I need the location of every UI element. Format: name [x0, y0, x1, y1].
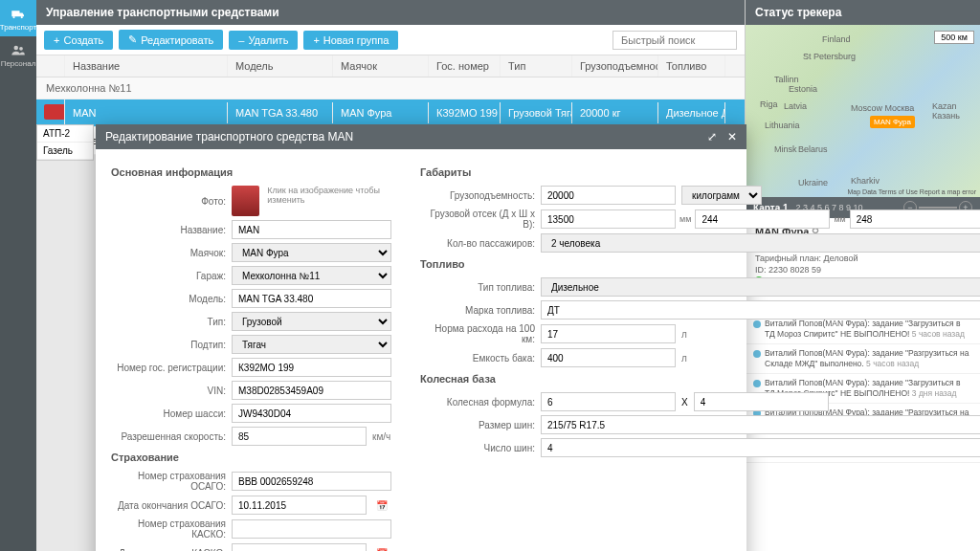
dialog-controls: ⤢ ✕ [707, 130, 737, 143]
plus-icon: + [54, 34, 59, 46]
col-type[interactable]: Тип [501, 55, 572, 77]
width-field[interactable] [695, 209, 830, 229]
nav-transport[interactable]: Транспорт [0, 0, 36, 36]
minus-icon: – [238, 34, 244, 46]
vehicle-photo[interactable] [232, 186, 259, 216]
osago-field[interactable] [232, 472, 391, 491]
col-fuel[interactable]: Топливо [658, 55, 725, 77]
tank-field[interactable] [541, 348, 676, 367]
table-row[interactable]: MAN MAN TGA 33.480 MAN Фура К392МО 199 Г… [36, 99, 745, 127]
svg-point-3 [19, 46, 23, 50]
new-group-button[interactable]: +Новая группа [303, 31, 398, 50]
col-beacon[interactable]: Маячок [333, 55, 429, 77]
tree-item[interactable]: Газель [37, 143, 93, 160]
map-marker[interactable]: MAN Фура [870, 116, 915, 128]
col-model[interactable]: Модель [228, 55, 333, 77]
section-dimensions: Габариты [420, 166, 980, 178]
group-tree: АТП-2 Газель [36, 124, 94, 161]
delete-button[interactable]: –Удалить [229, 31, 298, 50]
nav-transport-label: Транспорт [0, 23, 36, 32]
svg-point-1 [21, 15, 23, 17]
grid-header: Название Модель Маячок Гос. номер Тип Гр… [36, 55, 745, 77]
vin-field[interactable] [232, 381, 391, 400]
col-weight[interactable]: Грузоподъемность [572, 55, 658, 77]
beacon-select[interactable]: MAN Фура [232, 243, 391, 262]
tirecount-field[interactable] [541, 438, 980, 457]
truck-icon [10, 6, 27, 23]
subtype-select[interactable]: Тягач [232, 335, 391, 354]
group-row[interactable]: Мехколонна №11 [36, 77, 745, 99]
height-field[interactable] [850, 209, 980, 229]
section-fuel: Топливо [420, 258, 980, 270]
calendar-icon[interactable]: 📅 [372, 548, 391, 552]
fueltype-select[interactable]: Дизельное [541, 277, 980, 297]
calendar-icon[interactable]: 📅 [372, 500, 391, 511]
photo-hint: Клик на изображение чтобы изменить [267, 186, 391, 205]
fuelbrand-field[interactable] [541, 300, 980, 320]
kasko-date-field[interactable] [232, 543, 367, 551]
osago-date-field[interactable] [232, 496, 367, 515]
section-main: Основная информация [111, 166, 391, 178]
main-title: Управление транспортными средствами [36, 0, 745, 25]
dialog-title: Редактирование транспортного средства MA… [105, 130, 353, 143]
nav-staff[interactable]: Персонал [0, 36, 36, 73]
consumption-field[interactable] [541, 324, 676, 343]
search-input[interactable] [612, 31, 737, 50]
expand-icon[interactable]: ⤢ [707, 130, 717, 143]
garage-select[interactable]: Мехколонна №11 [232, 266, 391, 285]
length-field[interactable] [541, 209, 676, 229]
tracker-title: Статус трекера [746, 0, 980, 25]
tree-item[interactable]: АТП-2 [37, 125, 93, 143]
tiresize-field[interactable] [541, 415, 980, 434]
chassis-field[interactable] [232, 404, 391, 423]
passengers-select[interactable]: 2 человека [541, 233, 980, 253]
plus-icon: + [313, 34, 319, 46]
map-scale[interactable]: 500 км [934, 31, 974, 44]
capacity-unit[interactable]: килограмм [681, 186, 762, 205]
create-button[interactable]: +Создать [44, 31, 113, 50]
wheels1-field[interactable] [541, 392, 676, 411]
people-icon [10, 42, 27, 59]
svg-point-0 [12, 15, 14, 17]
pencil-icon: ✎ [128, 33, 137, 46]
edit-vehicle-dialog: Редактирование транспортного средства MA… [96, 124, 746, 551]
svg-point-2 [14, 45, 19, 50]
type-select[interactable]: Грузовой [232, 312, 391, 331]
edit-button[interactable]: ✎Редактировать [119, 30, 223, 50]
model-field[interactable] [232, 289, 391, 308]
section-insurance: Страхование [111, 452, 391, 463]
wheels2-field[interactable] [694, 392, 829, 411]
speed-field[interactable] [232, 427, 367, 446]
plate-field[interactable] [232, 358, 391, 377]
name-field[interactable] [232, 220, 391, 239]
col-plate[interactable]: Гос. номер [429, 55, 501, 77]
kasko-field[interactable] [232, 519, 391, 539]
section-wheelbase: Колесная база [420, 373, 980, 385]
col-name[interactable]: Название [65, 55, 228, 77]
toolbar: +Создать ✎Редактировать –Удалить +Новая … [36, 25, 745, 55]
sidebar: Транспорт Персонал [0, 0, 36, 551]
close-icon[interactable]: ✕ [727, 130, 737, 143]
dialog-header: Редактирование транспортного средства MA… [96, 124, 746, 149]
capacity-field[interactable] [541, 186, 676, 205]
truck-icon [44, 104, 65, 120]
nav-staff-label: Персонал [1, 59, 36, 68]
